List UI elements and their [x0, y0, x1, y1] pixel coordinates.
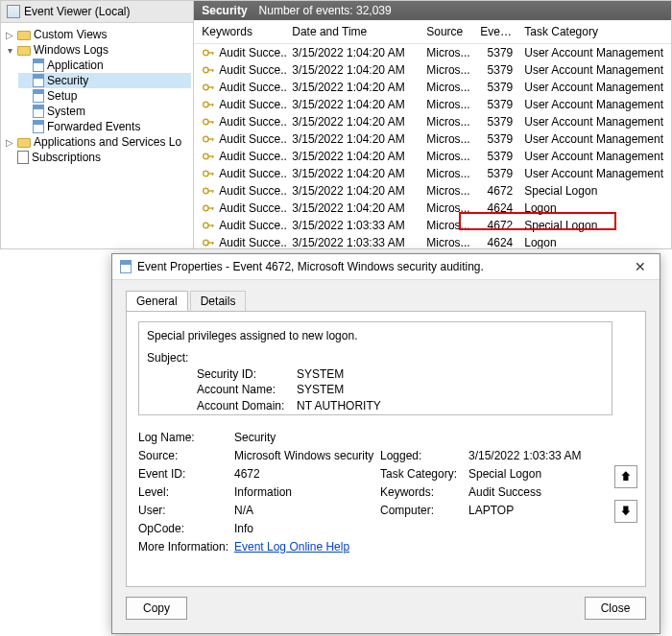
tree-label: Windows Logs [34, 43, 108, 57]
tree-node-setup[interactable]: Setup [18, 88, 191, 104]
tab-general[interactable]: General [126, 291, 188, 312]
cell-source: Micros... [422, 166, 476, 181]
cell-keywords: Audit Succe... [219, 98, 288, 111]
svg-rect-35 [212, 242, 213, 245]
tree-node-application[interactable]: Application [18, 58, 191, 73]
tree-node-apps-services[interactable]: ▷ Applications and Services Lo [3, 134, 191, 150]
expand-icon[interactable]: ▷ [5, 30, 14, 40]
info-value: 4672 [234, 467, 376, 481]
table-row[interactable]: Audit Succe...3/15/2022 1:04:20 AMMicros… [194, 44, 671, 61]
cell-task: User Account Management [520, 80, 667, 95]
info-value: Microsoft Windows security [234, 449, 376, 462]
folder-icon [17, 31, 31, 40]
svg-rect-11 [212, 104, 213, 106]
table-row[interactable]: Audit Succe...3/15/2022 1:04:20 AMMicros… [194, 148, 671, 165]
tree-node-subscriptions[interactable]: Subscriptions [3, 150, 191, 165]
event-log-help-link[interactable]: Event Log Online Help [234, 540, 349, 554]
cell-eventid: 5379 [476, 131, 520, 147]
svg-point-30 [204, 223, 209, 228]
tree-pane: Event Viewer (Local) ▷ Custom Views ▾ Wi… [1, 1, 194, 248]
info-label: User: [138, 504, 230, 517]
cell-eventid: 4624 [476, 200, 520, 216]
table-row[interactable]: Audit Succe...3/15/2022 1:03:33 AMMicros… [194, 217, 671, 234]
cell-keywords: Audit Succe... [219, 63, 288, 77]
cell-task: User Account Management [520, 131, 667, 147]
info-label: Log Name: [138, 431, 230, 444]
tree-node-windows-logs[interactable]: ▾ Windows Logs [3, 42, 191, 58]
tree-label: Application [47, 59, 104, 72]
dialog-title-text: Event Properties - Event 4672, Microsoft… [137, 260, 623, 273]
table-row[interactable]: Audit Succe...3/15/2022 1:04:20 AMMicros… [194, 79, 671, 96]
cell-datetime: 3/15/2022 1:04:20 AM [288, 62, 422, 78]
close-button[interactable]: Close [585, 597, 646, 620]
cell-task: Logon [520, 200, 667, 216]
key-icon [202, 167, 215, 180]
table-row[interactable]: Audit Succe...3/15/2022 1:04:20 AMMicros… [194, 200, 671, 217]
desc-label: Logon ID: [197, 414, 297, 415]
tree: ▷ Custom Views ▾ Windows Logs Applicatio… [1, 23, 193, 169]
copy-button[interactable]: Copy [126, 597, 187, 620]
table-row[interactable]: Audit Succe...3/15/2022 1:04:20 AMMicros… [194, 130, 671, 148]
tree-node-custom-views[interactable]: ▷ Custom Views [3, 27, 191, 42]
cell-source: Micros... [422, 62, 476, 78]
col-header-keywords[interactable]: Keywords [198, 21, 288, 42]
dialog-close-button[interactable]: ✕ [629, 259, 652, 274]
cell-datetime: 3/15/2022 1:03:33 AM [288, 235, 422, 248]
svg-rect-23 [212, 173, 213, 176]
cell-source: Micros... [422, 218, 476, 233]
arrow-down-icon: 🡇 [620, 505, 632, 518]
tree-node-forwarded[interactable]: Forwarded Events [18, 119, 191, 134]
cell-task: Special Logon [520, 183, 667, 199]
cell-task: User Account Management [520, 62, 667, 78]
cell-datetime: 3/15/2022 1:04:20 AM [288, 166, 422, 181]
col-header-source[interactable]: Source [422, 21, 476, 42]
desc-value: NT AUTHORITY [297, 399, 381, 412]
log-icon [33, 120, 44, 133]
expand-icon[interactable]: ▷ [5, 137, 14, 148]
col-header-eventid[interactable]: Event ID [476, 21, 520, 42]
table-row[interactable]: Audit Succe...3/15/2022 1:04:20 AMMicros… [194, 113, 671, 130]
cell-datetime: 3/15/2022 1:03:33 AM [288, 218, 422, 233]
event-viewer-icon [7, 5, 20, 18]
dialog-icon [120, 260, 132, 273]
info-value: N/A [234, 504, 376, 517]
table-row[interactable]: Audit Succe...3/15/2022 1:04:20 AMMicros… [194, 96, 671, 113]
svg-rect-14 [212, 121, 213, 124]
col-header-task[interactable]: Task Category [520, 21, 667, 42]
desc-label: Account Domain: [197, 398, 297, 414]
desc-subject-label: Subject: [147, 350, 604, 366]
svg-point-18 [204, 153, 209, 159]
info-label: OpCode: [138, 522, 230, 535]
tab-details[interactable]: Details [190, 291, 247, 312]
svg-rect-20 [212, 155, 213, 158]
key-icon [202, 63, 215, 77]
scroll-down-button[interactable]: 🡇 [614, 500, 637, 523]
key-icon [202, 236, 215, 248]
tree-node-security[interactable]: Security [18, 73, 191, 88]
cell-eventid: 5379 [476, 149, 520, 164]
table-row[interactable]: Audit Succe...3/15/2022 1:04:20 AMMicros… [194, 182, 671, 200]
cell-source: Micros... [422, 235, 476, 248]
cell-datetime: 3/15/2022 1:04:20 AM [288, 45, 422, 60]
cell-eventid: 4624 [476, 235, 520, 248]
info-label: Event ID: [138, 467, 230, 481]
grid-title-bar: Security Number of events: 32,039 [194, 1, 671, 20]
col-header-datetime[interactable]: Date and Time [288, 21, 422, 42]
svg-rect-2 [212, 52, 213, 55]
scroll-up-button[interactable]: 🡅 [614, 465, 637, 488]
event-description-box[interactable]: Special privileges assigned to new logon… [138, 321, 612, 415]
cell-eventid: 5379 [476, 62, 520, 78]
table-row[interactable]: Audit Succe...3/15/2022 1:03:33 AMMicros… [194, 234, 671, 248]
info-label: More Information: [138, 540, 230, 554]
key-icon [202, 115, 215, 129]
key-icon [202, 184, 215, 198]
collapse-icon[interactable]: ▾ [5, 45, 14, 56]
table-row[interactable]: Audit Succe...3/15/2022 1:04:20 AMMicros… [194, 61, 671, 79]
table-row[interactable]: Audit Succe...3/15/2022 1:04:20 AMMicros… [194, 165, 671, 182]
cell-datetime: 3/15/2022 1:04:20 AM [288, 183, 422, 199]
event-properties-dialog: Event Properties - Event 4672, Microsoft… [111, 253, 660, 634]
desc-label: Security ID: [197, 366, 297, 383]
key-icon [202, 98, 215, 111]
tree-node-system[interactable]: System [18, 104, 191, 119]
svg-point-12 [204, 119, 209, 125]
